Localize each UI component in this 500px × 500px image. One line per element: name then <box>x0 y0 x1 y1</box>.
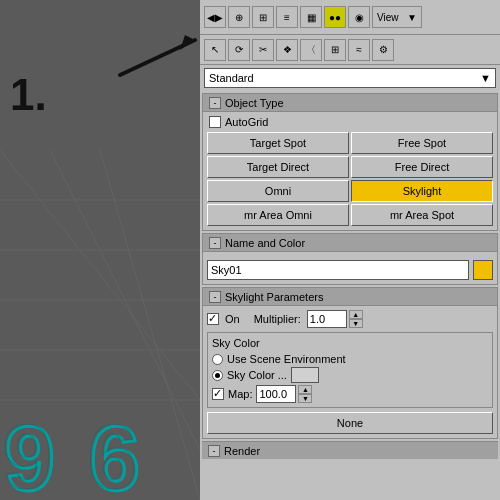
skylight-params-body: On Multiplier: ▲ ▼ Sky Color <box>203 306 497 438</box>
toolbar2-btn-7[interactable]: ≈ <box>348 39 370 61</box>
toolbar-btn-7[interactable]: ◉ <box>348 6 370 28</box>
object-type-header: - Object Type <box>203 94 497 112</box>
view-arrow: ▼ <box>407 12 417 23</box>
map-checkbox[interactable] <box>212 388 224 400</box>
toolbar2-btn-3[interactable]: ✂ <box>252 39 274 61</box>
multiplier-spinner: ▲ ▼ <box>307 310 363 328</box>
svg-text:6: 6 <box>87 407 137 500</box>
sky-color-row: Sky Color ... <box>227 367 319 383</box>
autogrid-label: AutoGrid <box>225 116 268 128</box>
object-type-button-grid: Target Spot Free Spot Target Direct Free… <box>207 132 493 226</box>
viewport-panel[interactable]: 1. 9 6 9 6 <box>0 0 200 500</box>
use-scene-env-row: Use Scene Environment <box>212 353 488 365</box>
skylight-params-header: - Skylight Parameters <box>203 288 497 306</box>
name-color-title: Name and Color <box>225 237 305 249</box>
none-button[interactable]: None <box>207 412 493 434</box>
on-row: On Multiplier: ▲ ▼ <box>207 310 493 328</box>
toolbar-row2: ↖ ⟳ ✂ ❖ 〈 ⊞ ≈ ⚙ <box>200 35 500 65</box>
map-row: Map: ▲ ▼ <box>212 385 488 403</box>
free-direct-btn[interactable]: Free Direct <box>351 156 493 178</box>
sky-color-label: Sky Color ... <box>227 369 287 381</box>
sky-color-title: Sky Color <box>212 337 488 349</box>
toolbar-btn-4[interactable]: ≡ <box>276 6 298 28</box>
multiplier-label: Multiplier: <box>254 313 301 325</box>
map-spinner-arrows: ▲ ▼ <box>298 385 312 403</box>
toolbar-btn-view[interactable]: View ▼ <box>372 6 422 28</box>
render-title: Render <box>224 445 260 457</box>
toolbar2-btn-4[interactable]: ❖ <box>276 39 298 61</box>
main-content: - Object Type AutoGrid Target Spot Free … <box>200 91 500 500</box>
map-input[interactable] <box>256 385 296 403</box>
standard-dropdown[interactable]: Standard ▼ <box>204 68 496 88</box>
target-spot-btn[interactable]: Target Spot <box>207 132 349 154</box>
svg-text:1.: 1. <box>10 70 47 119</box>
name-color-body <box>203 252 497 284</box>
dropdown-label: Standard <box>209 72 254 84</box>
toolbar2-btn-5[interactable]: 〈 <box>300 39 322 61</box>
map-label: Map: <box>228 388 252 400</box>
toolbar2-btn-2[interactable]: ⟳ <box>228 39 250 61</box>
spinner-arrows: ▲ ▼ <box>349 310 363 328</box>
name-color-row <box>207 260 493 280</box>
name-color-collapse-btn[interactable]: - <box>209 237 221 249</box>
target-direct-btn[interactable]: Target Direct <box>207 156 349 178</box>
object-type-section: - Object Type AutoGrid Target Spot Free … <box>202 93 498 231</box>
autogrid-checkbox[interactable] <box>209 116 221 128</box>
toolbar2-btn-8[interactable]: ⚙ <box>372 39 394 61</box>
sky-color-radio[interactable] <box>212 370 223 381</box>
toolbar-btn-5[interactable]: ▦ <box>300 6 322 28</box>
toolbar-btn-3[interactable]: ⊞ <box>252 6 274 28</box>
autogrid-row: AutoGrid <box>207 116 493 128</box>
toolbar2-btn-1[interactable]: ↖ <box>204 39 226 61</box>
free-spot-btn[interactable]: Free Spot <box>351 132 493 154</box>
on-label: On <box>225 313 240 325</box>
spinner-down[interactable]: ▼ <box>349 319 363 328</box>
toolbar2-btn-6[interactable]: ⊞ <box>324 39 346 61</box>
right-panel: ◀▶ ⊕ ⊞ ≡ ▦ ●● ◉ View ▼ ↖ ⟳ ✂ ❖ 〈 ⊞ ≈ ⚙ S… <box>200 0 500 500</box>
toolbar-btn-6[interactable]: ●● <box>324 6 346 28</box>
omni-btn[interactable]: Omni <box>207 180 349 202</box>
render-collapse-btn[interactable]: - <box>208 445 220 457</box>
object-type-title: Object Type <box>225 97 284 109</box>
multiplier-input[interactable] <box>307 310 347 328</box>
skylight-btn[interactable]: Skylight <box>351 180 493 202</box>
name-input[interactable] <box>207 260 469 280</box>
map-spinner-down[interactable]: ▼ <box>298 394 312 403</box>
dropdown-row: Standard ▼ <box>200 65 500 91</box>
mr-area-omni-btn[interactable]: mr Area Omni <box>207 204 349 226</box>
use-scene-env-label: Use Scene Environment <box>227 353 346 365</box>
use-scene-env-radio[interactable] <box>212 354 223 365</box>
on-checkbox[interactable] <box>207 313 219 325</box>
object-type-collapse-btn[interactable]: - <box>209 97 221 109</box>
map-spinner: ▲ ▼ <box>256 385 312 403</box>
sky-color-swatch[interactable] <box>291 367 319 383</box>
render-header: - Render <box>202 441 498 459</box>
dropdown-arrow: ▼ <box>480 72 491 84</box>
sky-color-group: Sky Color Use Scene Environment Sky Colo… <box>207 332 493 408</box>
name-color-header: - Name and Color <box>203 234 497 252</box>
toolbar-btn-1[interactable]: ◀▶ <box>204 6 226 28</box>
skylight-params-collapse-btn[interactable]: - <box>209 291 221 303</box>
toolbar-row1: ◀▶ ⊕ ⊞ ≡ ▦ ●● ◉ View ▼ <box>200 0 500 35</box>
name-color-section: - Name and Color <box>202 233 498 285</box>
map-spinner-up[interactable]: ▲ <box>298 385 312 394</box>
view-label: View <box>377 12 399 23</box>
skylight-params-title: Skylight Parameters <box>225 291 323 303</box>
spinner-up[interactable]: ▲ <box>349 310 363 319</box>
toolbar-btn-2[interactable]: ⊕ <box>228 6 250 28</box>
sky-color-radio-row: Sky Color ... <box>212 367 488 383</box>
color-swatch[interactable] <box>473 260 493 280</box>
skylight-params-section: - Skylight Parameters On Multiplier: ▲ ▼ <box>202 287 498 439</box>
svg-text:9: 9 <box>2 407 52 500</box>
object-type-body: AutoGrid Target Spot Free Spot Target Di… <box>203 112 497 230</box>
mr-area-spot-btn[interactable]: mr Area Spot <box>351 204 493 226</box>
